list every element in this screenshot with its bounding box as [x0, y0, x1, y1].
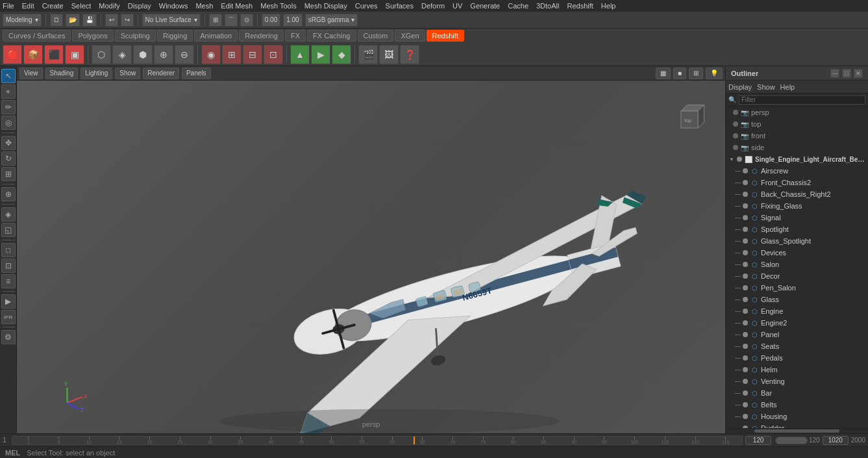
field1[interactable]: 0.00 [262, 14, 280, 27]
vp-panels-btn[interactable]: Panels [182, 68, 211, 79]
tab-fx-caching[interactable]: FX Caching [307, 30, 356, 42]
shelf-smooth[interactable]: ◉ [201, 45, 221, 64]
group-expand-arrow[interactable]: ▼ [728, 156, 735, 162]
soft-select-btn[interactable]: ◈ [1, 207, 16, 222]
undo-btn[interactable]: ↩ [105, 14, 118, 27]
outliner-item-decor[interactable]: — ⬡ Decor [726, 270, 868, 282]
viewport[interactable]: View Shading Lighting Show Renderer Pane… [17, 66, 725, 433]
outliner-item-salon[interactable]: — ⬡ Salon [726, 259, 868, 270]
menu-3dtall[interactable]: 3DtoAll [536, 2, 559, 10]
shelf-cube[interactable]: 📦 [23, 45, 43, 64]
tab-redshift[interactable]: Redshift [427, 30, 464, 42]
viewport-canvas[interactable]: N6659T X Y [17, 81, 725, 433]
shelf-bevel[interactable]: ◈ [112, 45, 132, 64]
shelf-cylinder[interactable]: ⬛ [44, 45, 64, 64]
outliner-menu-show[interactable]: Show [757, 83, 775, 91]
range-end-input[interactable] [823, 436, 849, 445]
shelf-render-view[interactable]: 🖼 [379, 45, 399, 64]
move-tool-btn[interactable]: ✥ [1, 136, 16, 150]
paint-tool-btn[interactable]: ✏ [1, 100, 16, 114]
shelf-redshift2[interactable]: ▶ [311, 45, 330, 64]
outliner-item-back-chassis-r2[interactable]: — ⬡ Back_Chassis_Right2 [726, 188, 868, 200]
snap-grid-btn[interactable]: ⊞ [209, 14, 222, 27]
outliner-item-spotlight[interactable]: — ⬡ Spotlight [726, 223, 868, 235]
ipr-btn[interactable]: IPR [1, 310, 16, 324]
outliner-item-housing[interactable]: — ⬡ Housing [726, 411, 868, 422]
outliner-item-main-group[interactable]: ▼ ⬜ Single_Engine_Light_Aircraft_Beechcr… [726, 153, 868, 165]
timeline-playhead[interactable] [414, 437, 415, 444]
rotate-tool-btn[interactable]: ↻ [1, 151, 16, 166]
outliner-menu-display[interactable]: Display [728, 83, 752, 91]
current-frame-input[interactable] [745, 436, 771, 445]
shelf-mirror[interactable]: ⊞ [222, 45, 242, 64]
outliner-item-front-chassis2[interactable]: — ⬡ Front_Chassis2 [726, 177, 868, 188]
outliner-item-top[interactable]: 📷 top [726, 118, 868, 130]
tab-fx[interactable]: FX [285, 30, 306, 42]
shelf-bridge[interactable]: ⬢ [133, 45, 153, 64]
tab-rendering[interactable]: Rendering [239, 30, 284, 42]
outliner-item-side[interactable]: 📷 side [726, 142, 868, 153]
select-tool-btn[interactable]: ↖ [1, 69, 16, 83]
menu-cache[interactable]: Cache [508, 2, 528, 10]
outliner-item-venting[interactable]: — ⬡ Venting [726, 375, 868, 387]
render-btn[interactable]: ▶ [1, 294, 16, 309]
outliner-list[interactable]: 📷 persp 📷 top 📷 front 📷 [726, 107, 868, 428]
shelf-extrude[interactable]: ⬡ [92, 45, 111, 64]
menu-windows[interactable]: Windows [159, 2, 188, 10]
outliner-item-helm[interactable]: — ⬡ Helm [726, 364, 868, 375]
tab-custom[interactable]: Custom [358, 30, 394, 42]
tab-polygons[interactable]: Polygons [72, 30, 113, 42]
outliner-item-glass-spotlight[interactable]: — ⬡ Glass_Spotlight [726, 235, 868, 247]
menu-uv[interactable]: UV [453, 2, 462, 10]
menu-mesh-tools[interactable]: Mesh Tools [260, 2, 296, 10]
menu-help[interactable]: Help [601, 2, 616, 10]
menu-display[interactable]: Display [128, 2, 151, 10]
attr-btn[interactable]: ≡ [1, 274, 16, 288]
outliner-maximize-btn[interactable]: □ [842, 69, 851, 78]
redo-btn[interactable]: ↪ [121, 14, 134, 27]
vp-lighting-btn[interactable]: Lighting [81, 68, 112, 79]
timeline-range-handle[interactable] [775, 437, 808, 444]
vp-shading-btn[interactable]: Shading [45, 68, 79, 79]
shelf-redshift1[interactable]: ▲ [290, 45, 310, 64]
tab-curves-surfaces[interactable]: Curves / Surfaces [3, 30, 71, 42]
menu-select[interactable]: Select [71, 2, 92, 10]
shelf-fill-hole[interactable]: ⊡ [264, 45, 283, 64]
tab-animation[interactable]: Animation [194, 30, 238, 42]
outliner-minimize-btn[interactable]: — [830, 69, 839, 78]
outliner-item-persp[interactable]: 📷 persp [726, 107, 868, 118]
menu-curves[interactable]: Curves [355, 2, 378, 10]
shelf-help[interactable]: ❓ [400, 45, 419, 64]
outliner-item-belts[interactable]: — ⬡ Belts [726, 399, 868, 411]
save-scene-btn[interactable]: 💾 [82, 14, 97, 27]
menu-mesh[interactable]: Mesh [195, 2, 213, 10]
snap-curve-btn[interactable]: ⌒ [225, 14, 238, 27]
outliner-item-panel[interactable]: — ⬡ Panel [726, 329, 868, 340]
tab-xgen[interactable]: XGen [395, 30, 425, 42]
hscroll-thumb[interactable] [754, 429, 839, 433]
shelf-redshift3[interactable]: ◆ [332, 45, 351, 64]
mel-mode-label[interactable]: MEL [5, 449, 20, 457]
outliner-item-airscrew[interactable]: — ⬡ Airscrew [726, 165, 868, 177]
live-surface-dropdown[interactable]: No Live Surface ▾ [142, 14, 201, 27]
outliner-item-rudder[interactable]: — ⬡ Rudder [726, 422, 868, 428]
shelf-boolean[interactable]: ⊟ [243, 45, 262, 64]
outliner-item-bar[interactable]: — ⬡ Bar [726, 387, 868, 399]
outliner-item-signal[interactable]: — ⬡ Signal [726, 212, 868, 223]
colorspace-dropdown[interactable]: sRGB gamma ▾ [305, 14, 358, 27]
vp-texture-btn[interactable]: ⊞ [689, 68, 703, 79]
lasso-tool-btn[interactable]: ⌖ [1, 84, 16, 99]
outliner-hscrollbar[interactable] [726, 428, 868, 433]
mode-dropdown[interactable]: Modeling ▾ [3, 14, 42, 27]
scale-tool-btn[interactable]: ⊞ [1, 167, 16, 181]
show-manip-btn[interactable]: □ [1, 243, 16, 257]
vp-light-btn[interactable]: 💡 [706, 68, 723, 79]
shelf-separate[interactable]: ⊖ [175, 45, 194, 64]
sculpt-tool-btn[interactable]: ◎ [1, 116, 16, 130]
timeline-range[interactable]: 1510152025303540455055606570758085909510… [12, 436, 743, 445]
menu-redshift[interactable]: Redshift [567, 2, 593, 10]
shelf-sphere[interactable]: 🔴 [3, 45, 22, 64]
outliner-item-glass[interactable]: — ⬡ Glass [726, 294, 868, 305]
tab-rigging[interactable]: Rigging [157, 30, 193, 42]
open-scene-btn[interactable]: 📂 [66, 14, 80, 27]
